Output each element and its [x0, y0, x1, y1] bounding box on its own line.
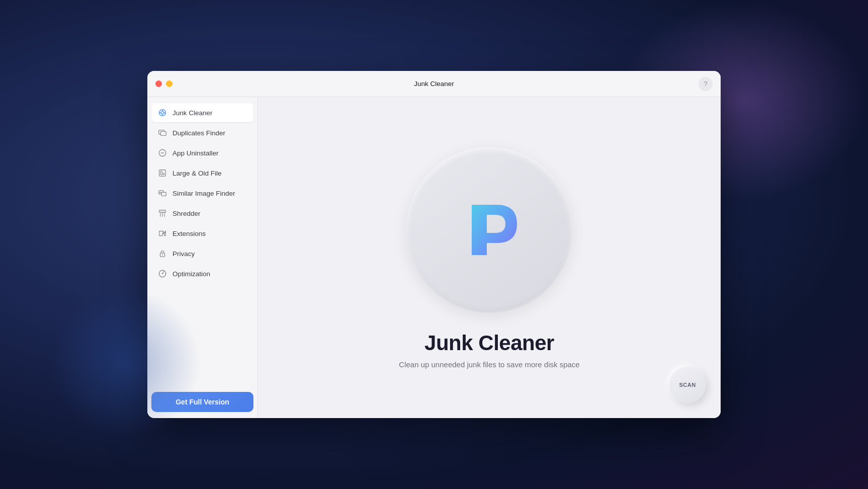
minimize-button[interactable]: [166, 80, 172, 87]
sidebar-item-optimization[interactable]: Optimization: [151, 264, 253, 283]
title-bar: Junk Cleaner ?: [147, 71, 721, 97]
svg-rect-12: [163, 173, 164, 175]
sidebar-item-duplicates-finder[interactable]: Duplicates Finder: [151, 123, 253, 142]
app-window: Junk Cleaner ?: [147, 71, 721, 418]
sidebar-item-shredder-label: Shredder: [172, 210, 201, 217]
extensions-icon: [157, 228, 167, 238]
sidebar-item-app-uninstaller-label: App Uninstaller: [172, 149, 219, 157]
sidebar-item-privacy[interactable]: Privacy: [151, 244, 253, 263]
sidebar-item-extensions[interactable]: Extensions: [151, 224, 253, 243]
sidebar: Junk Cleaner Duplicates Finder: [147, 97, 258, 418]
traffic-lights: [155, 80, 172, 87]
sidebar-item-privacy-label: Privacy: [172, 250, 195, 258]
hero-title: Junk Cleaner: [424, 331, 554, 355]
junk-cleaner-icon: [157, 108, 167, 118]
shredder-icon: [157, 208, 167, 218]
scan-button[interactable]: SCAN: [669, 367, 706, 403]
duplicates-finder-icon: [157, 128, 167, 138]
sidebar-item-app-uninstaller[interactable]: App Uninstaller: [151, 143, 253, 162]
sidebar-item-large-old-file-label: Large & Old File: [172, 170, 222, 177]
svg-point-22: [162, 255, 163, 256]
sidebar-item-optimization-label: Optimization: [172, 270, 210, 278]
sidebar-item-extensions-label: Extensions: [172, 230, 206, 237]
large-old-file-icon: [157, 168, 167, 178]
nav-items: Junk Cleaner Duplicates Finder: [151, 103, 253, 384]
hero-circle: [406, 147, 572, 313]
similar-image-finder-icon: [157, 188, 167, 198]
sidebar-item-junk-cleaner[interactable]: Junk Cleaner: [151, 103, 253, 122]
app-uninstaller-icon: [157, 148, 167, 158]
hero-subtitle: Clean up unneeded junk files to save mor…: [399, 360, 579, 369]
sidebar-item-junk-cleaner-label: Junk Cleaner: [172, 109, 213, 117]
svg-line-17: [160, 213, 161, 216]
main-content: Junk Cleaner Duplicates Finder: [147, 97, 721, 418]
app-logo: [449, 190, 530, 270]
svg-point-1: [161, 111, 163, 114]
sidebar-item-similar-image-finder-label: Similar Image Finder: [172, 190, 235, 197]
svg-rect-7: [160, 131, 166, 135]
svg-point-24: [162, 273, 163, 275]
close-button[interactable]: [155, 80, 162, 87]
svg-line-19: [164, 213, 165, 216]
get-full-version-button[interactable]: Get Full Version: [151, 392, 253, 412]
sidebar-item-shredder[interactable]: Shredder: [151, 204, 253, 223]
help-button[interactable]: ?: [699, 77, 713, 91]
main-area: Junk Cleaner Clean up unneeded junk file…: [258, 97, 721, 418]
sidebar-item-duplicates-finder-label: Duplicates Finder: [172, 129, 225, 137]
window-title: Junk Cleaner: [414, 80, 454, 88]
svg-rect-11: [160, 171, 162, 175]
optimization-icon: [157, 269, 167, 279]
svg-rect-14: [161, 192, 166, 196]
svg-rect-16: [159, 210, 166, 213]
svg-rect-10: [159, 170, 166, 177]
privacy-icon: [157, 249, 167, 259]
sidebar-item-similar-image-finder[interactable]: Similar Image Finder: [151, 184, 253, 203]
get-full-version-section: Get Full Version: [151, 384, 253, 412]
sidebar-item-large-old-file[interactable]: Large & Old File: [151, 164, 253, 183]
